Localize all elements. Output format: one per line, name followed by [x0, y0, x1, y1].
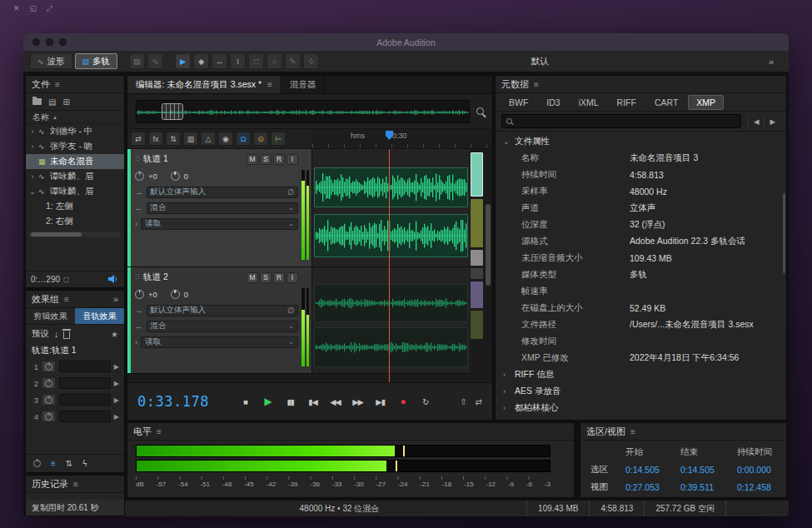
waveform-view-button[interactable]: ∿ 波形 [30, 53, 72, 69]
monitor-input-button[interactable]: I [286, 272, 298, 283]
slot-menu-arrow-icon[interactable]: ▶ [114, 396, 119, 404]
tab-riff[interactable]: RIFF [609, 95, 645, 110]
metadata-row[interactable]: 文件路径/Users/...未命名混音项目 3.sesx [496, 316, 786, 333]
track-output-selector[interactable]: 混合 ⌄ [147, 202, 299, 214]
file-row[interactable]: ⌄ ∿ 谭咏麟、眉 [26, 184, 124, 199]
selection-start-value[interactable]: 0:14.505 [625, 465, 680, 475]
close-button[interactable] [32, 38, 40, 46]
maximize-button[interactable] [59, 38, 67, 46]
search-input[interactable] [516, 117, 736, 126]
slot-menu-arrow-icon[interactable]: ▶ [114, 380, 119, 387]
zoom-icon[interactable] [476, 107, 484, 115]
panel-menu-icon[interactable]: ≡ [630, 427, 635, 436]
volume-knob[interactable] [135, 290, 144, 299]
view-start-value[interactable]: 0:27.053 [625, 482, 680, 492]
favorite-star-icon[interactable]: ★ [111, 330, 118, 339]
effect-slot-well[interactable] [59, 394, 111, 406]
multitrack-view-button[interactable]: ▤ 多轨 [75, 53, 118, 69]
next-icon[interactable]: ▶ [764, 115, 780, 128]
tab-mixer[interactable]: 混音器 [281, 76, 326, 93]
audio-clip-left-channel[interactable] [314, 284, 468, 322]
play-button[interactable]: ▶ [258, 393, 277, 410]
new-item-icon[interactable]: ⊞ [62, 97, 69, 107]
track-2-clip-area[interactable] [312, 267, 470, 373]
level-meters[interactable] [127, 441, 574, 475]
close-icon[interactable]: ✕ [13, 4, 20, 13]
ink-icon[interactable]: ◉ [218, 132, 233, 146]
effect-slot-well[interactable] [59, 361, 111, 372]
selection-end-value[interactable]: 0:14.505 [680, 465, 737, 475]
solo-button[interactable]: S [260, 154, 271, 165]
panel-menu-icon[interactable]: ≡ [157, 427, 162, 436]
section-dublin-core[interactable]: › 都柏林核心 [496, 400, 786, 416]
automation-icon[interactable]: ⇅ [166, 132, 181, 146]
panel-menu-icon[interactable]: ≡ [64, 295, 69, 304]
metadata-panel-header[interactable]: 元数据 ≡ [496, 76, 786, 93]
track-strip-segment[interactable] [471, 199, 483, 247]
pan-knob[interactable] [171, 172, 180, 181]
workspace-selector[interactable]: 默认 [522, 56, 556, 67]
slot-power-icon[interactable] [42, 411, 56, 422]
track-1-clip-area[interactable] [312, 149, 470, 266]
pan-knob[interactable] [171, 290, 180, 299]
metadata-row[interactable]: 修改时间 [496, 333, 786, 350]
view-duration-value[interactable]: 0:12.458 [737, 482, 787, 492]
files-panel-header[interactable]: 文件 ≡ [26, 76, 124, 93]
slot-power-icon[interactable] [42, 377, 56, 389]
effects-panel-header[interactable]: 效果组 ≡ » [26, 291, 124, 308]
skip-to-end-button[interactable]: ▶▮ [371, 393, 390, 410]
move-tool-icon[interactable]: ▶ [175, 53, 191, 69]
metadata-row[interactable]: 采样率48000 Hz [496, 183, 786, 200]
file-row-selected[interactable]: ▦ 未命名混音 [26, 154, 124, 169]
volume-value[interactable]: +0 [148, 290, 157, 299]
expander-icon[interactable]: ⌄ [29, 187, 36, 196]
spectral-display-icon[interactable]: ▤ [129, 53, 145, 69]
record-arm-icon[interactable]: ⊙ [253, 132, 268, 146]
metronome-icon[interactable]: △ [201, 132, 216, 146]
track-automation-mode[interactable]: 读取 ⌄ [141, 218, 298, 230]
panel-menu-icon[interactable]: ≡ [73, 480, 78, 489]
volume-value[interactable]: +0 [148, 172, 157, 181]
track-strip-segment[interactable] [471, 311, 483, 339]
track-automation-mode[interactable]: 读取 ⌄ [141, 336, 298, 348]
playhead-line[interactable] [389, 149, 390, 382]
time-display[interactable]: 0:33.178 [137, 393, 211, 410]
toolbar-overflow-button[interactable]: » [760, 57, 782, 67]
slip-tool-icon[interactable]: ↔ [212, 53, 227, 69]
metadata-row[interactable]: 在磁盘上的大小52.49 KB [496, 300, 786, 316]
audio-clip-left-channel[interactable] [314, 167, 468, 207]
track-strip-segment[interactable] [471, 152, 483, 197]
selection-view-header[interactable]: 选区/视图 ≡ [580, 423, 786, 441]
meters-icon[interactable]: ▥ [183, 132, 198, 146]
timeline-ruler[interactable]: hms 0:30 [312, 129, 492, 148]
save-preset-icon[interactable]: ↓ [54, 329, 58, 339]
stop-button[interactable]: ■ [236, 393, 255, 410]
previous-icon[interactable]: ◀ [748, 115, 765, 128]
media-browser-icon[interactable]: ▤ [48, 97, 56, 107]
expander-icon[interactable]: › [29, 142, 36, 151]
loop-playback-button[interactable]: ↻ [416, 393, 435, 410]
mute-button[interactable]: M [247, 272, 258, 283]
marquee-selection-tool-icon[interactable]: □ [248, 53, 264, 69]
overview-navigator[interactable] [136, 100, 470, 123]
effect-slot[interactable]: 2 ▶ [26, 375, 124, 391]
section-riff-info[interactable]: › RIFF 信息 [496, 366, 786, 383]
files-horizontal-scrollbar[interactable] [29, 232, 121, 237]
metadata-row[interactable]: 媒体类型多轨 [496, 266, 786, 283]
metadata-row[interactable]: 位深度32 (浮点) [496, 217, 786, 233]
volume-knob[interactable] [135, 172, 144, 181]
levels-panel-header[interactable]: 电平 ≡ [127, 423, 574, 441]
effect-slot-well[interactable] [59, 411, 111, 422]
panel-menu-icon[interactable]: ≡ [267, 80, 272, 89]
tab-cart[interactable]: CART [646, 95, 686, 110]
slot-menu-arrow-icon[interactable]: ▶ [114, 413, 119, 421]
skip-selection-icon[interactable]: ⇄ [476, 397, 482, 406]
solo-button[interactable]: S [260, 272, 271, 283]
track-2-header[interactable]: ⫶⫶ 轨道 2 M S R I [127, 267, 312, 373]
waveform-display-icon[interactable]: ∿ [147, 53, 163, 69]
tab-track-effects[interactable]: 音轨效果 [75, 308, 124, 324]
section-aes[interactable]: › AES 录放音 [496, 383, 786, 400]
punch-record-icon[interactable]: ⇧ [460, 397, 466, 406]
tab-editor[interactable]: 编辑器: 未命名混音项目 3.sesx * ≡ [127, 76, 281, 93]
playback-mode-icon[interactable]: ▢ [63, 276, 70, 283]
